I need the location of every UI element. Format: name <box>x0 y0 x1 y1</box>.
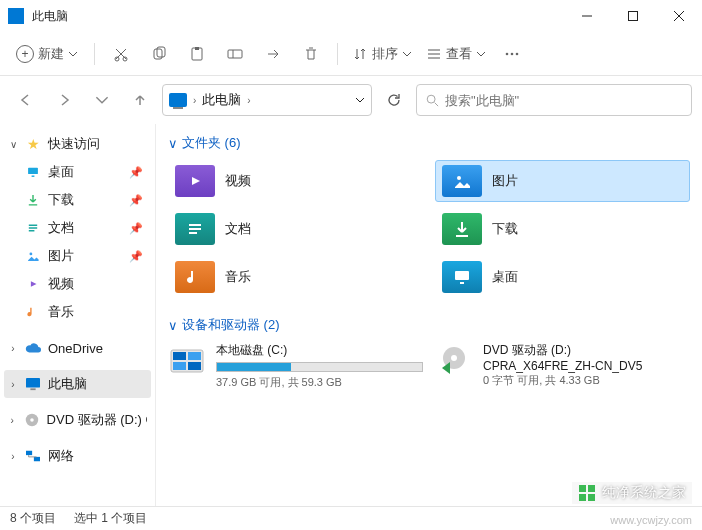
download-icon <box>24 192 42 208</box>
sidebar-item-video[interactable]: · 视频 <box>4 270 151 298</box>
drive-title: DVD 驱动器 (D:) <box>483 342 690 359</box>
search-input[interactable] <box>445 93 683 108</box>
section-title: 设备和驱动器 (2) <box>182 316 280 334</box>
sidebar-quick-access[interactable]: ∨ ★ 快速访问 <box>4 130 151 158</box>
new-button[interactable]: + 新建 <box>10 41 84 67</box>
address-location: 此电脑 <box>202 91 241 109</box>
rename-icon <box>227 46 243 62</box>
chevron-down-icon[interactable] <box>355 95 365 105</box>
chevron-down-history[interactable] <box>86 84 118 116</box>
app-icon <box>8 8 24 24</box>
sidebar-item-label: DVD 驱动器 (D:) CP <box>47 411 147 429</box>
rename-button[interactable] <box>219 38 251 70</box>
video-icon <box>24 276 42 292</box>
document-icon <box>24 220 42 236</box>
spacer: · <box>8 223 18 234</box>
sidebar-item-label: 文档 <box>48 219 74 237</box>
folder-label: 文档 <box>225 220 251 238</box>
sidebar-this-pc[interactable]: › 此电脑 <box>4 370 151 398</box>
folder-desk[interactable]: 桌面 <box>435 256 690 298</box>
sidebar-item-pictures[interactable]: · 图片 📌 <box>4 242 151 270</box>
watermark-url: www.ycwjzy.com <box>610 514 692 526</box>
close-button[interactable] <box>656 0 702 32</box>
search-box[interactable] <box>416 84 692 116</box>
star-icon: ★ <box>24 136 42 152</box>
sidebar-network[interactable]: › 网络 <box>4 442 151 470</box>
folders-grid: 视频 图片 文档 下载 音乐 桌面 <box>168 160 690 298</box>
share-button[interactable] <box>257 38 289 70</box>
folder-label: 音乐 <box>225 268 251 286</box>
network-icon <box>24 448 42 464</box>
back-button[interactable] <box>10 84 42 116</box>
drive-line2: CPRA_X64FRE_ZH-CN_DV5 <box>483 359 690 373</box>
expand-icon[interactable]: › <box>8 379 18 390</box>
capacity-bar <box>216 362 423 372</box>
dvd-icon <box>435 342 473 378</box>
sidebar-item-label: 下载 <box>48 191 74 209</box>
drives-section-header[interactable]: ∨ 设备和驱动器 (2) <box>168 316 690 334</box>
cloud-icon <box>24 340 42 356</box>
pin-icon: 📌 <box>129 250 143 263</box>
cut-icon <box>113 46 129 62</box>
desktop-icon <box>24 164 42 180</box>
status-bar: 8 个项目 选中 1 个项目 <box>0 506 702 530</box>
spacer: · <box>8 279 18 290</box>
breadcrumb-chevron-icon: › <box>193 95 196 106</box>
more-button[interactable] <box>496 38 528 70</box>
expand-icon[interactable]: › <box>8 343 18 354</box>
drive-sub: 37.9 GB 可用, 共 59.3 GB <box>216 375 423 390</box>
svg-rect-29 <box>579 494 586 501</box>
maximize-button[interactable] <box>610 0 656 32</box>
folders-section-header[interactable]: ∨ 文件夹 (6) <box>168 134 690 152</box>
down-icon <box>442 213 482 245</box>
drive-title: 本地磁盘 (C:) <box>216 342 423 359</box>
doc-icon <box>175 213 215 245</box>
chevron-down-icon: ∨ <box>168 318 178 333</box>
folder-image[interactable]: 图片 <box>435 160 690 202</box>
folder-video[interactable]: 视频 <box>168 160 423 202</box>
sidebar-item-music[interactable]: · 音乐 <box>4 298 151 326</box>
pin-icon: 📌 <box>129 166 143 179</box>
sidebar-item-desktop[interactable]: · 桌面 📌 <box>4 158 151 186</box>
view-button[interactable]: 查看 <box>422 41 490 67</box>
chevron-down-icon <box>476 49 486 59</box>
svg-rect-28 <box>588 485 595 492</box>
sidebar-item-download[interactable]: · 下载 📌 <box>4 186 151 214</box>
forward-button[interactable] <box>48 84 80 116</box>
folder-label: 桌面 <box>492 268 518 286</box>
address-bar[interactable]: › 此电脑 › <box>162 84 372 116</box>
delete-button[interactable] <box>295 38 327 70</box>
nav-row: › 此电脑 › <box>0 76 702 124</box>
expand-icon[interactable]: › <box>8 451 18 462</box>
folder-down[interactable]: 下载 <box>435 208 690 250</box>
paste-button[interactable] <box>181 38 213 70</box>
sort-label: 排序 <box>372 45 398 63</box>
expand-icon[interactable]: › <box>8 415 17 426</box>
music-icon <box>175 261 215 293</box>
up-button[interactable] <box>124 84 156 116</box>
sidebar-item-label: 网络 <box>48 447 74 465</box>
refresh-button[interactable] <box>378 84 410 116</box>
sidebar-item-document[interactable]: · 文档 📌 <box>4 214 151 242</box>
watermark-text: 纯净系统之家 <box>602 484 686 502</box>
drive-item[interactable]: 本地磁盘 (C:) 37.9 GB 可用, 共 59.3 GB <box>168 342 423 390</box>
folder-music[interactable]: 音乐 <box>168 256 423 298</box>
separator <box>94 43 95 65</box>
titlebar: 此电脑 <box>0 0 702 32</box>
expand-icon[interactable]: ∨ <box>8 139 18 150</box>
sidebar-item-label: 桌面 <box>48 163 74 181</box>
chevron-down-icon: ∨ <box>168 136 178 151</box>
sidebar-dvd[interactable]: › DVD 驱动器 (D:) CP <box>4 406 151 434</box>
trash-icon <box>303 46 319 62</box>
minimize-button[interactable] <box>564 0 610 32</box>
drives-grid: 本地磁盘 (C:) 37.9 GB 可用, 共 59.3 GB DVD 驱动器 … <box>168 342 690 390</box>
drive-item[interactable]: DVD 驱动器 (D:) CPRA_X64FRE_ZH-CN_DV5 0 字节 … <box>435 342 690 390</box>
sidebar-item-label: 视频 <box>48 275 74 293</box>
sort-button[interactable]: 排序 <box>348 41 416 67</box>
sidebar-item-label: 此电脑 <box>48 375 87 393</box>
folder-doc[interactable]: 文档 <box>168 208 423 250</box>
sidebar-onedrive[interactable]: › OneDrive <box>4 334 151 362</box>
copy-button[interactable] <box>143 38 175 70</box>
spacer: · <box>8 251 18 262</box>
cut-button[interactable] <box>105 38 137 70</box>
